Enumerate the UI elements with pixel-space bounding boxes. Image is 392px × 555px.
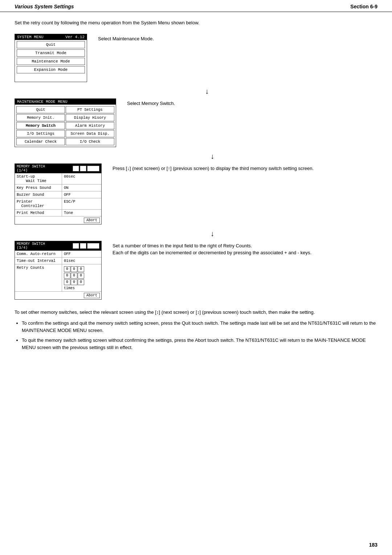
- buzzer-value: OFF: [62, 191, 101, 198]
- up-btn-3[interactable]: ↑: [73, 243, 79, 249]
- header-section: Section 6-9: [350, 4, 377, 9]
- startup-label: Start-up Wait Time: [15, 173, 62, 184]
- page-number: 183: [369, 542, 377, 548]
- maint-alarm-history: Alarm History: [66, 122, 114, 129]
- quit-btn[interactable]: Quit: [87, 166, 99, 171]
- desc-memory-text: Select Memory Switch.: [127, 101, 175, 106]
- maint-memory-switch: Memory Switch: [16, 122, 65, 129]
- retry-grid-mid: 0 0 0: [64, 273, 99, 279]
- mem-switch-3-title: MEMORY SWITCH (3/4): [17, 242, 45, 250]
- row-comm-auto: Comm. Auto-return OFF: [15, 251, 101, 258]
- system-menu-transmit: Transmit Mode: [17, 49, 85, 57]
- intro-text: Set the retry count by following the men…: [15, 19, 377, 27]
- maint-pt-settings: PT Settings: [66, 106, 114, 113]
- maint-io-check: I/O Check: [66, 138, 114, 145]
- keypress-value: ON: [62, 185, 101, 191]
- header-title: Various System Settings: [15, 4, 74, 9]
- retry-mid-1: 0: [64, 273, 70, 279]
- comm-auto-label: Comm. Auto-return: [15, 251, 62, 257]
- times-label: times: [64, 286, 75, 290]
- retry-label: Retry Counts: [15, 264, 62, 291]
- printmethod-value: Tone: [62, 210, 101, 216]
- mem-switch-1-title: MEMORY SWITCH (1/4): [17, 165, 45, 173]
- mem-switch-3-box: MEMORY SWITCH (3/4) ↑ ↓ Quit Comm. Auto-…: [15, 241, 102, 300]
- row-timeout: Time-out Interval 01sec: [15, 258, 101, 264]
- retry-bot-2: 0: [71, 279, 77, 285]
- keypress-label: Key Press Sound: [15, 185, 62, 191]
- bottom-main-text: To set other memory switches, select the…: [15, 309, 377, 316]
- retry-top-3: 0: [78, 266, 84, 272]
- system-menu-diagram: SYSTEM MENU Ver 4.12 Quit Transmit Mode …: [15, 34, 87, 82]
- maint-io-settings: I/O Settings: [16, 130, 65, 137]
- abort-btn-3[interactable]: Abort: [84, 293, 100, 298]
- retry-grid-top: 0 0 0: [64, 266, 99, 272]
- maint-menu-box: MAINTENANCE MODE MENU Quit PT Settings M…: [15, 98, 116, 147]
- mem-switch-1-diagram: MEMORY SWITCH (1/4) ↑ ↓ Quit Start-up Wa…: [15, 163, 102, 224]
- maint-menu-grid: Quit PT Settings Memory Init. Display Hi…: [15, 105, 116, 147]
- system-menu-title: SYSTEM MENU: [17, 35, 44, 39]
- down-btn-3[interactable]: ↓: [80, 243, 86, 249]
- quit-btn-3[interactable]: Quit: [87, 243, 99, 249]
- system-menu-titlebar: SYSTEM MENU Ver 4.12: [15, 34, 87, 40]
- system-menu-box: SYSTEM MENU Ver 4.12 Quit Transmit Mode …: [15, 34, 87, 82]
- up-btn[interactable]: ↑: [73, 166, 79, 171]
- bullet-2: To quit the memory switch setting screen…: [22, 337, 377, 351]
- maint-display-history: Display Hisory: [66, 114, 114, 121]
- retry-bot-3: 0: [78, 279, 84, 285]
- desc-maintenance-text: Select Maintenance Mode.: [98, 36, 154, 41]
- row-startup: Start-up Wait Time 00sec: [15, 173, 101, 185]
- maint-calendar: Calendar Check: [16, 138, 65, 145]
- row-buzzer: Buzzer Sound OFF: [15, 191, 101, 198]
- mem-switch-1-box: MEMORY SWITCH (1/4) ↑ ↓ Quit Start-up Wa…: [15, 163, 102, 224]
- main-content: Set the retry count by following the men…: [0, 12, 392, 368]
- maint-screen-data: Screen Data Disp.: [66, 130, 114, 137]
- row-printer: Printer Controller ESC/P: [15, 198, 101, 210]
- buzzer-label: Buzzer Sound: [15, 191, 62, 198]
- comm-auto-value: OFF: [62, 251, 101, 257]
- abort-row-3: Abort: [15, 292, 101, 299]
- system-menu-expansion: Expansion Mode: [17, 66, 85, 73]
- printer-label: Printer Controller: [15, 198, 62, 209]
- maint-memory-init: Memory Init.: [16, 114, 65, 121]
- desc-select-maintenance: Select Maintenance Mode.: [98, 34, 377, 42]
- desc-retry-text: Set a number of times in the input field…: [113, 243, 311, 256]
- timeout-value: 01sec: [62, 258, 101, 264]
- arrow-down-3: ↓: [211, 230, 214, 238]
- maint-menu-titlebar: MAINTENANCE MODE MENU: [15, 99, 116, 105]
- diagram-row-mem-switch-1: MEMORY SWITCH (1/4) ↑ ↓ Quit Start-up Wa…: [15, 163, 377, 224]
- startup-value: 00sec: [62, 173, 101, 184]
- row-keypress: Key Press Sound ON: [15, 185, 101, 191]
- retry-mid-2: 0: [71, 273, 77, 279]
- diagram-row-maint-menu: MAINTENANCE MODE MENU Quit PT Settings M…: [15, 98, 377, 147]
- desc-set-retry: Set a number of times in the input field…: [113, 241, 377, 256]
- bottom-section: To set other memory switches, select the…: [15, 309, 377, 351]
- printmethod-label: Print Method: [15, 210, 62, 216]
- row-printmethod: Print Method Tone: [15, 210, 101, 216]
- diagram-row-mem-switch-3: MEMORY SWITCH (3/4) ↑ ↓ Quit Comm. Auto-…: [15, 241, 377, 300]
- abort-row-1: Abort: [15, 216, 101, 224]
- arrow-down-2: ↓: [211, 152, 214, 161]
- retry-bot-1: 0: [64, 279, 70, 285]
- timeout-label: Time-out Interval: [15, 258, 62, 264]
- abort-btn-1[interactable]: Abort: [84, 218, 100, 223]
- maint-menu-diagram: MAINTENANCE MODE MENU Quit PT Settings M…: [15, 98, 116, 147]
- mem-switch-3-titlebar: MEMORY SWITCH (3/4) ↑ ↓ Quit: [15, 241, 101, 251]
- mem-switch-3-nav: ↑ ↓ Quit: [73, 243, 99, 249]
- mem-switch-3-diagram: MEMORY SWITCH (3/4) ↑ ↓ Quit Comm. Auto-…: [15, 241, 102, 300]
- system-menu-maintenance: Maintenance Mode: [17, 58, 85, 65]
- retry-top-2: 0: [71, 266, 77, 272]
- desc-select-memory: Select Memory Switch.: [127, 98, 377, 107]
- retry-grid-bot: 0 0 0: [64, 279, 99, 285]
- maint-menu-title: MAINTENANCE MODE MENU: [17, 100, 68, 104]
- desc-press-arrows: Press [↓] (next screen) or [↑] (previous…: [113, 163, 377, 172]
- retry-top-1: 0: [64, 266, 70, 272]
- bullet-list: To confirm the settings and quit the mem…: [15, 320, 377, 351]
- arrow-down-1: ↓: [205, 87, 209, 96]
- bullet-1: To confirm the settings and quit the mem…: [22, 320, 377, 334]
- page-header: Various System Settings Section 6-9: [0, 0, 392, 12]
- retry-mid-3: 0: [78, 273, 84, 279]
- row-retry: Retry Counts 0 0 0 0 0 0 0: [15, 264, 101, 292]
- down-btn[interactable]: ↓: [80, 166, 86, 171]
- mem-switch-1-nav: ↑ ↓ Quit: [73, 166, 99, 171]
- mem-switch-1-titlebar: MEMORY SWITCH (1/4) ↑ ↓ Quit: [15, 164, 101, 173]
